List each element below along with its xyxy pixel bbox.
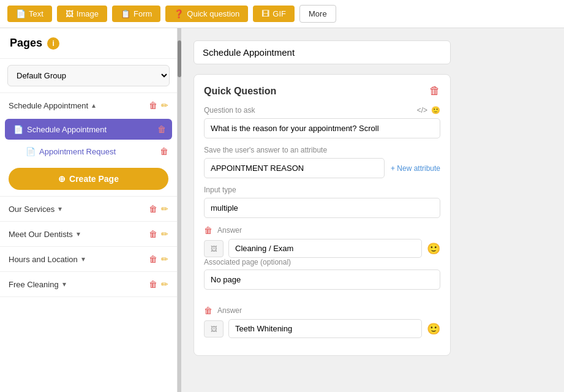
- question-label: Question to ask </> 🙂: [204, 106, 440, 115]
- hours-location-header[interactable]: Hours and Location ▾ 🗑 ✏: [0, 247, 177, 271]
- gif-icon: 🎞: [261, 9, 269, 18]
- assoc-page-input-1[interactable]: [204, 270, 440, 290]
- doc-icon: 📄: [16, 9, 26, 18]
- page-title-input[interactable]: [194, 40, 451, 64]
- answer1-input[interactable]: [228, 239, 422, 258]
- attribute-input[interactable]: [204, 158, 385, 178]
- form-button[interactable]: 📋 Form: [112, 6, 160, 22]
- form-icon: 📋: [121, 9, 130, 18]
- toolbar: 📄 Text 🖼 Image 📋 Form ❓ Quick question 🎞…: [0, 0, 564, 28]
- schedule-delete-icon[interactable]: 🗑: [149, 100, 157, 110]
- hours-location-label: Hours and Location: [9, 255, 78, 264]
- schedule-edit-icon[interactable]: ✏: [161, 100, 168, 110]
- more-button[interactable]: More: [299, 5, 336, 23]
- input-type-input[interactable]: [204, 198, 440, 218]
- sidebar-group-free-cleaning: Free Cleaning ▾ 🗑 ✏: [0, 272, 177, 297]
- sidebar-group-meet-dentists: Meet Our Dentists ▾ 🗑 ✏: [0, 222, 177, 247]
- hours-location-delete-icon[interactable]: 🗑: [149, 254, 157, 264]
- text-button[interactable]: 📄 Text: [7, 6, 52, 22]
- answer2-emoji-button[interactable]: 🙂: [427, 322, 440, 336]
- question-icon: ❓: [174, 9, 184, 18]
- free-cleaning-header[interactable]: Free Cleaning ▾ 🗑 ✏: [0, 272, 177, 296]
- emoji-icon[interactable]: 🙂: [431, 106, 440, 115]
- sub-page-doc-icon: 📄: [26, 147, 36, 156]
- assoc-page-label-1: Associated page (optional): [204, 258, 440, 266]
- meet-dentists-edit-icon[interactable]: ✏: [161, 229, 168, 239]
- schedule-group-header[interactable]: Schedule Appointment ▴ 🗑 ✏: [0, 93, 177, 118]
- answer2-delete-icon[interactable]: 🗑: [204, 306, 212, 315]
- answer1-emoji-button[interactable]: 🙂: [427, 242, 440, 255]
- code-icon[interactable]: </>: [417, 106, 427, 115]
- sidebar: Pages i Default Group Schedule Appointme…: [0, 28, 178, 392]
- attribute-row: + New attribute: [204, 158, 440, 178]
- card-delete-icon[interactable]: 🗑: [429, 85, 440, 97]
- answer1-delete-icon[interactable]: 🗑: [204, 225, 212, 235]
- our-services-label: Our Services: [9, 205, 55, 214]
- free-cleaning-delete-icon[interactable]: 🗑: [149, 279, 157, 289]
- sidebar-group-schedule: Schedule Appointment ▴ 🗑 ✏ 📄 Schedule Ap…: [0, 93, 177, 197]
- gif-button[interactable]: 🎞 GIF: [253, 6, 295, 22]
- schedule-group-label: Schedule Appointment: [9, 101, 88, 110]
- answer2-image-placeholder[interactable]: 🖼: [204, 320, 224, 337]
- meet-dentists-label: Meet Our Dentists: [9, 230, 73, 239]
- sidebar-group-our-services: Our Services ▾ 🗑 ✏: [0, 197, 177, 222]
- our-services-chevron-icon: ▾: [58, 205, 62, 213]
- hours-location-chevron-icon: ▾: [81, 255, 85, 263]
- create-page-button[interactable]: ⊕ Create Page: [9, 168, 168, 190]
- main-layout: Pages i Default Group Schedule Appointme…: [0, 28, 564, 392]
- card-title: Quick Question: [204, 86, 276, 97]
- active-page-delete-icon[interactable]: 🗑: [157, 124, 166, 134]
- page-item-schedule-appointment[interactable]: 📄 Schedule Appointment 🗑: [5, 119, 172, 140]
- our-services-delete-icon[interactable]: 🗑: [149, 204, 157, 214]
- quick-question-card: Quick Question 🗑 Question to ask </> 🙂 S…: [194, 74, 451, 356]
- group-dropdown[interactable]: Default Group: [7, 65, 170, 86]
- meet-dentists-header[interactable]: Meet Our Dentists ▾ 🗑 ✏: [0, 222, 177, 246]
- input-type-label: Input type: [204, 186, 440, 194]
- hours-location-edit-icon[interactable]: ✏: [161, 254, 168, 264]
- our-services-edit-icon[interactable]: ✏: [161, 204, 168, 214]
- page-doc-icon: 📄: [13, 125, 23, 134]
- image-icon: 🖼: [66, 9, 73, 18]
- new-attribute-button[interactable]: + New attribute: [391, 164, 440, 173]
- image-button[interactable]: 🖼 Image: [57, 6, 107, 22]
- page-item-appointment-request[interactable]: 📄 Appointment Request 🗑: [0, 141, 177, 162]
- our-services-header[interactable]: Our Services ▾ 🗑 ✏: [0, 197, 177, 221]
- pages-title: Pages: [10, 37, 42, 50]
- free-cleaning-chevron-icon: ▾: [62, 280, 66, 288]
- answer2-input[interactable]: [228, 319, 422, 338]
- group-selector[interactable]: Default Group: [0, 59, 177, 93]
- answer-block-2: 🗑 Answer 🖼 🙂: [204, 306, 440, 338]
- free-cleaning-label: Free Cleaning: [9, 280, 59, 289]
- answer-block-1: 🗑 Answer 🖼 🙂 Associated page (optional): [204, 225, 440, 298]
- free-cleaning-edit-icon[interactable]: ✏: [161, 279, 168, 289]
- attribute-label: Save the user's answer to an attribute: [204, 146, 440, 154]
- sidebar-header: Pages i: [0, 28, 177, 59]
- plus-icon: ⊕: [58, 174, 66, 184]
- meet-dentists-chevron-icon: ▾: [77, 230, 80, 238]
- sidebar-group-hours-location: Hours and Location ▾ 🗑 ✏: [0, 247, 177, 272]
- sub-page-delete-icon[interactable]: 🗑: [160, 146, 168, 156]
- quick-question-button[interactable]: ❓ Quick question: [165, 6, 248, 22]
- card-header: Quick Question 🗑: [204, 85, 440, 97]
- meet-dentists-delete-icon[interactable]: 🗑: [149, 229, 157, 239]
- info-icon: i: [47, 37, 59, 50]
- answer1-image-placeholder[interactable]: 🖼: [204, 240, 224, 257]
- chevron-up-icon: ▴: [92, 101, 96, 110]
- content-area: Quick Question 🗑 Question to ask </> 🙂 S…: [181, 28, 564, 392]
- question-input[interactable]: [204, 118, 440, 138]
